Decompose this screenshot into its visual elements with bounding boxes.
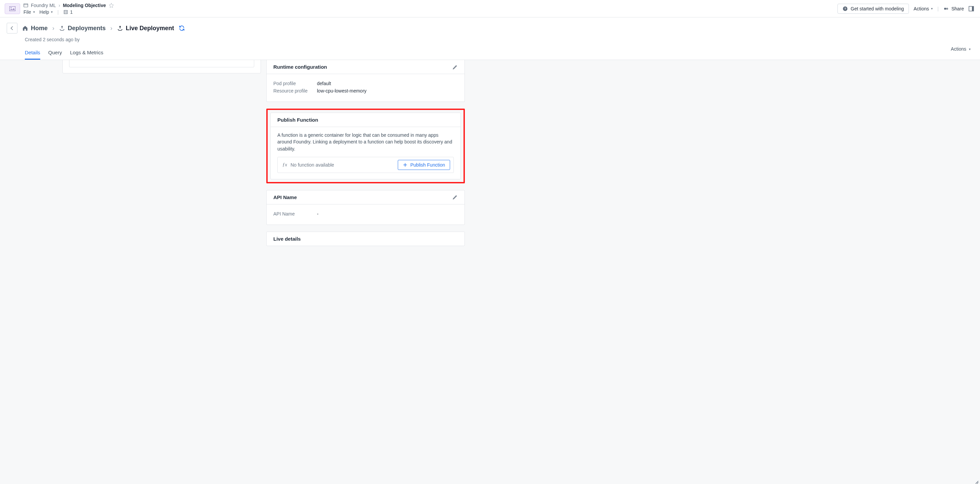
svg-rect-4 [64,10,67,14]
svg-rect-5 [65,11,65,12]
share-button[interactable]: Share [943,6,964,11]
breadcrumb-current[interactable]: Modeling Objective [63,3,106,8]
refresh-icon[interactable] [179,25,185,31]
left-panel-inner-bottom [69,60,254,67]
edit-icon[interactable] [452,194,458,200]
caret-down-icon: ▾ [931,7,933,10]
no-function-label: ƒx No function available [282,162,334,168]
publish-description: A function is a generic container for lo… [277,132,454,152]
tab-logs-metrics[interactable]: Logs & Metrics [70,49,103,60]
kv-label: Resource profile [273,88,317,94]
kv-value: low-cpu-lowest-memory [317,88,367,94]
svg-point-11 [944,8,946,10]
svg-point-12 [946,8,948,10]
created-meta: Created 2 seconds ago by [25,37,980,42]
kv-label: API Name [273,211,317,217]
kv-value: default [317,81,331,86]
function-row: ƒx No function available Publish Functio… [277,157,454,173]
caret-down-icon: ▾ [51,10,52,14]
breadcrumb-top: Foundry ML › Modeling Objective [24,3,114,8]
crumb-deployments[interactable]: Deployments [59,25,106,32]
runtime-config-card: Runtime configuration Pod profile defaul… [266,60,465,102]
live-details-card: Live details [266,232,465,246]
tab-query[interactable]: Query [48,49,62,60]
back-button[interactable] [7,23,18,33]
svg-rect-0 [10,6,16,11]
fx-icon: ƒx [282,162,287,168]
svg-rect-6 [66,11,67,12]
caret-down-icon: ▾ [969,47,970,51]
publish-function-button[interactable]: Publish Function [398,160,450,170]
get-started-button[interactable]: ? Get started with modeling [837,4,909,14]
users-count[interactable]: 1 [64,10,73,15]
breadcrumb-main: Home › Deployments › Live Deployment [7,23,980,33]
star-icon[interactable] [109,3,114,8]
live-card-header: Live details [267,232,465,246]
tab-bar: Details Query Logs & Metrics [25,49,980,60]
breadcrumb-separator: › [59,3,60,8]
help-menu[interactable]: Help▾ [40,10,53,15]
divider: | [937,6,939,11]
svg-point-1 [11,7,11,8]
publish-card-body: A function is a generic container for lo… [270,127,460,179]
breadcrumb-root[interactable]: Foundry ML [31,3,56,8]
svg-rect-7 [65,13,65,13]
share-icon [943,6,950,11]
tab-details[interactable]: Details [25,49,40,60]
runtime-card-header: Runtime configuration [267,60,465,74]
top-left-group: Foundry ML › Modeling Objective File▾ He… [24,2,114,16]
kv-resource-profile: Resource profile low-cpu-lowest-memory [273,88,458,94]
top-right-group: ? Get started with modeling Actions ▾ | … [837,4,980,14]
crumb-current: Live Deployment [117,25,174,32]
home-icon [22,25,28,31]
divider: | [57,10,59,15]
svg-rect-2 [24,4,28,7]
kv-api-name: API Name - [273,211,458,217]
svg-text:?: ? [844,7,846,10]
live-deploy-icon [117,25,123,31]
svg-rect-14 [972,6,974,11]
kv-value: - [317,211,319,217]
chevron-right-icon: › [110,25,112,32]
file-menu[interactable]: File▾ [24,10,35,15]
publish-highlight: Publish Function A function is a generic… [266,109,465,183]
caret-down-icon: ▾ [33,10,35,14]
plus-icon [403,163,407,167]
actions-menu-sub[interactable]: Actions ▾ [951,46,970,52]
api-card-header: API Name [267,190,465,205]
api-card-body: API Name - [267,205,465,225]
edit-icon[interactable] [452,64,458,70]
content-area: Runtime configuration Pod profile defaul… [0,60,980,484]
right-column: Runtime configuration Pod profile defaul… [266,60,465,246]
crumb-home[interactable]: Home [22,25,48,32]
sub-header: Home › Deployments › Live Deployment Cre… [0,17,980,60]
publish-function-card: Publish Function A function is a generic… [270,113,461,179]
top-bar: Foundry ML › Modeling Objective File▾ He… [0,0,980,17]
panel-toggle-icon[interactable] [969,6,974,11]
deployment-icon [59,25,65,31]
runtime-card-body: Pod profile default Resource profile low… [267,74,465,102]
kv-pod-profile: Pod profile default [273,81,458,86]
resize-handle-icon[interactable] [975,480,978,484]
help-circle-icon: ? [843,6,848,11]
chevron-right-icon: › [52,25,54,32]
actions-menu-top[interactable]: Actions ▾ [913,6,933,11]
menu-bar: File▾ Help▾ | 1 [24,10,114,15]
window-icon [24,3,28,8]
api-name-card: API Name API Name - [266,190,465,225]
publish-card-header: Publish Function [270,113,460,127]
building-icon [64,10,68,14]
app-logo-icon [5,3,20,14]
kv-label: Pod profile [273,81,317,86]
svg-rect-8 [66,13,67,13]
